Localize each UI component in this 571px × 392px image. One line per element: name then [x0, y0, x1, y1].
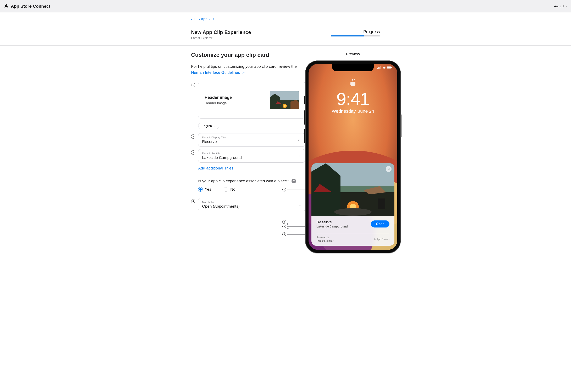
page-subtitle: Forest Explorer	[191, 36, 251, 40]
page-title: New App Clip Experience	[191, 29, 251, 35]
chevron-down-icon: ⌄	[299, 203, 301, 207]
step-badge-1: 1	[191, 83, 195, 87]
help-icon[interactable]: ?	[291, 179, 296, 183]
chevron-down-icon: ⌄	[214, 125, 216, 127]
chevron-down-icon: ▾	[566, 5, 567, 7]
header-image-title: Header image	[205, 95, 232, 100]
svg-point-27	[334, 208, 372, 216]
annotation-4: 4	[282, 232, 305, 236]
language-value: English	[202, 124, 212, 128]
radio-yes-label: Yes	[205, 187, 211, 192]
svg-point-5	[284, 105, 286, 107]
user-name: Anne J.	[554, 4, 565, 8]
app-clip-card: ✕ Reserve Lakeside Campground Open	[311, 163, 394, 246]
display-title-count: 23	[298, 138, 301, 142]
subtitle-count: 36	[298, 154, 301, 158]
battery-icon	[387, 66, 392, 69]
step-badge-4: 4	[191, 199, 195, 203]
svg-rect-13	[391, 67, 392, 68]
powered-by-label: Powered by	[316, 236, 333, 239]
progress-label: Progress	[331, 29, 380, 34]
svg-rect-18	[350, 82, 355, 86]
add-titles-link[interactable]: Add additional Titles...	[191, 166, 237, 170]
preview-label: Preview	[305, 52, 401, 56]
app-store-connect-logo-icon	[4, 3, 9, 9]
annotation-1: 1	[282, 188, 307, 191]
display-title-field[interactable]: Default Display Title 23	[198, 133, 305, 147]
topbar: App Store Connect Anne J. ▾	[0, 0, 571, 13]
chevron-right-icon: ›	[389, 238, 390, 241]
chevron-left-icon: ‹	[191, 17, 193, 21]
language-select[interactable]: English ⌄	[198, 123, 219, 129]
map-action-label: Map Action	[202, 201, 240, 204]
open-button[interactable]: Open	[371, 221, 390, 227]
svg-rect-12	[387, 67, 391, 68]
section-title: Customize your app clip card	[191, 52, 305, 58]
status-bar	[377, 66, 392, 69]
lock-date: Wednesday, June 24	[309, 109, 397, 114]
app-store-link[interactable]: App Store ›	[374, 238, 390, 241]
app-store-icon	[374, 238, 376, 241]
progress-bar	[331, 35, 380, 36]
powered-by-app: Forest Explorer	[316, 239, 333, 243]
divider	[191, 25, 380, 25]
intro-text: For helpful tips on customizing your app…	[191, 64, 297, 75]
radio-yes[interactable]: Yes	[198, 187, 211, 192]
back-link-label: iOS App 2.0	[194, 17, 214, 21]
map-action-value: Open (Appointments)	[202, 204, 240, 209]
place-question: Is your app clip experience associated w…	[198, 179, 289, 183]
svg-rect-9	[379, 67, 380, 69]
lock-icon	[309, 78, 397, 88]
lock-time: 9:41	[309, 90, 397, 108]
back-link[interactable]: ‹ iOS App 2.0	[191, 17, 214, 21]
svg-rect-28	[378, 198, 385, 209]
wifi-icon	[382, 66, 386, 69]
app-clip-subtitle: Lakeside Campground	[316, 225, 348, 228]
external-link-icon: ↗	[242, 71, 245, 74]
app-clip-hero-image: ✕	[311, 163, 394, 216]
app-store-label: App Store	[377, 238, 388, 241]
header-image-subtitle: Header image	[205, 101, 232, 105]
app-clip-title: Reserve	[316, 220, 348, 224]
step-badge-2: 2	[191, 134, 195, 139]
map-action-select[interactable]: Map Action Open (Appointments) ⌄	[198, 198, 305, 211]
display-title-input[interactable]	[202, 140, 295, 144]
radio-no-label: No	[230, 187, 235, 192]
app-title: App Store Connect	[11, 4, 50, 9]
radio-no[interactable]: No	[224, 187, 235, 192]
step-badge-3: 3	[191, 150, 195, 154]
hig-link[interactable]: Human Interface Guidelines ↗	[191, 70, 245, 75]
signal-icon	[377, 66, 381, 69]
user-menu[interactable]: Anne J. ▾	[554, 4, 567, 8]
subtitle-input[interactable]	[202, 155, 295, 160]
svg-rect-10	[380, 66, 381, 69]
header-image-thumbnail	[270, 91, 299, 109]
subtitle-label: Default Subtitle	[202, 152, 295, 155]
display-title-label: Default Display Title	[202, 136, 295, 139]
svg-rect-7	[377, 68, 378, 69]
subtitle-field[interactable]: Default Subtitle 36	[198, 149, 305, 163]
phone-frame: 9:41 Wednesday, June 24	[305, 60, 401, 253]
header-image-card[interactable]: Header image Header image	[198, 82, 305, 119]
svg-rect-8	[378, 67, 379, 69]
